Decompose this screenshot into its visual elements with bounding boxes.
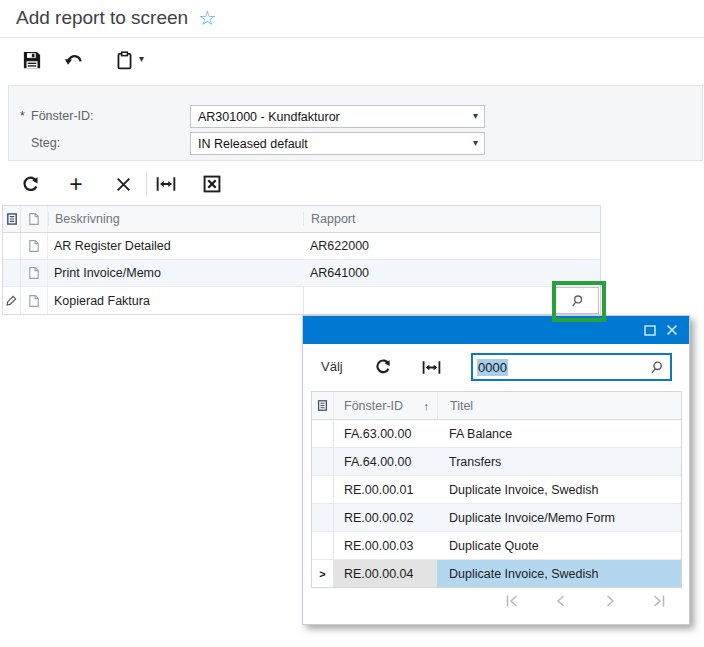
cell-fonster-id[interactable]: RE.00.00.01	[334, 476, 437, 503]
popup-titlebar[interactable]	[303, 316, 689, 344]
list-item[interactable]: FA.64.00.00 Transfers	[312, 448, 681, 476]
column-header-fonster-id[interactable]: Fönster-ID ↑	[334, 392, 437, 419]
list-item[interactable]: RE.00.00.01 Duplicate Invoice, Swedish	[312, 476, 681, 504]
toolbar-separator	[146, 172, 147, 196]
steg-dropdown[interactable]: IN Released default ▾	[190, 132, 485, 155]
chevron-down-icon: ▾	[473, 110, 478, 121]
notes-column-header[interactable]	[312, 392, 334, 419]
plus-icon: +	[69, 174, 82, 194]
cell-fonster-id[interactable]: FA.64.00.00	[334, 448, 437, 475]
cell-titel[interactable]: Duplicate Invoice/Memo Form	[437, 504, 681, 531]
notes-column-header[interactable]	[3, 206, 21, 232]
magnifier-icon	[570, 294, 584, 308]
cell-fonster-id[interactable]: RE.00.00.04	[334, 560, 437, 587]
fit-width-icon	[156, 175, 176, 193]
next-page-icon	[602, 593, 618, 609]
list-item-selected[interactable]: > RE.00.00.04 Duplicate Invoice, Swedish	[312, 560, 681, 587]
files-column-header[interactable]	[21, 206, 48, 232]
selected-row-pointer-icon: >	[319, 568, 325, 580]
cell-rapport[interactable]: AR641000	[303, 266, 600, 280]
search-input-value: 0000	[477, 359, 508, 376]
previous-page-button[interactable]	[553, 593, 569, 609]
notes-icon	[316, 399, 329, 412]
popup-toolbar: Välj 0000	[303, 344, 689, 391]
refresh-icon	[21, 175, 40, 194]
delete-x-icon	[115, 176, 132, 193]
popup-fit-width-button[interactable]	[420, 356, 442, 378]
steg-label: Steg:	[20, 136, 185, 150]
cell-beskrivning[interactable]: Print Invoice/Memo	[48, 266, 303, 280]
favorite-star-icon[interactable]: ☆	[198, 8, 216, 28]
popup-refresh-button[interactable]	[372, 356, 394, 378]
list-item[interactable]: RE.00.00.03 Duplicate Quote	[312, 532, 681, 560]
table-row-editing[interactable]: Kopierad Faktura	[3, 287, 600, 314]
previous-page-icon	[553, 593, 569, 609]
clipboard-menu-caret-icon[interactable]: ▾	[139, 53, 144, 64]
file-icon	[27, 266, 41, 280]
page-title: Add report to screen ☆	[16, 7, 216, 29]
search-icon[interactable]	[649, 360, 664, 375]
table-row[interactable]: Print Invoice/Memo AR641000	[3, 260, 600, 287]
add-row-button[interactable]: +	[64, 172, 88, 196]
search-input[interactable]: 0000	[471, 353, 672, 381]
title-divider	[0, 37, 704, 38]
table-row[interactable]: AR Register Detailed AR622000	[3, 233, 600, 260]
cell-titel[interactable]: Transfers	[437, 448, 681, 475]
steg-value: IN Released default	[198, 137, 464, 151]
close-icon	[666, 324, 678, 336]
select-button[interactable]: Välj	[321, 359, 343, 374]
refresh-icon	[374, 358, 392, 376]
cell-titel[interactable]: Duplicate Invoice, Swedish	[437, 560, 681, 587]
maximize-button[interactable]	[643, 323, 657, 337]
undo-button[interactable]	[62, 48, 86, 72]
save-button[interactable]	[20, 48, 44, 72]
maximize-icon	[644, 325, 656, 336]
lookup-popup: Välj 0000	[302, 315, 690, 625]
cell-rapport[interactable]: AR622000	[303, 239, 600, 253]
cell-titel[interactable]: Duplicate Quote	[437, 532, 681, 559]
add-report-to-screen-window: Add report to screen ☆ ▾ *Fönster-ID: AR…	[0, 0, 704, 647]
reports-grid-header: Beskrivning Rapport	[3, 206, 600, 233]
pagination	[311, 588, 681, 614]
cell-fonster-id[interactable]: RE.00.00.02	[334, 504, 437, 531]
cell-fonster-id[interactable]: RE.00.00.03	[334, 532, 437, 559]
column-header-titel[interactable]: Titel	[437, 392, 681, 419]
fit-width-icon	[422, 359, 441, 376]
rapport-editor-cell[interactable]	[303, 287, 600, 314]
list-item[interactable]: FA.63.00.00 FA Balance	[312, 420, 681, 448]
cell-beskrivning[interactable]: Kopierad Faktura	[48, 294, 303, 308]
clipboard-icon	[115, 51, 134, 70]
first-page-button[interactable]	[504, 593, 520, 609]
chevron-down-icon: ▾	[473, 137, 478, 148]
column-header-beskrivning[interactable]: Beskrivning	[48, 212, 303, 226]
sort-ascending-icon: ↑	[424, 400, 430, 412]
file-icon	[27, 239, 41, 253]
page-title-text: Add report to screen	[16, 7, 188, 29]
column-header-rapport[interactable]: Rapport	[303, 212, 600, 226]
lookup-grid-header: Fönster-ID ↑ Titel	[312, 392, 681, 420]
clipboard-button[interactable]	[112, 48, 136, 72]
cell-titel[interactable]: Duplicate Invoice, Swedish	[437, 476, 681, 503]
file-icon	[27, 294, 41, 308]
last-page-icon	[651, 593, 667, 609]
cell-fonster-id[interactable]: FA.63.00.00	[334, 420, 437, 447]
cell-titel[interactable]: FA Balance	[437, 420, 681, 447]
file-icon	[27, 212, 41, 226]
export-excel-button[interactable]	[200, 172, 224, 196]
edit-pencil-icon	[5, 294, 18, 307]
last-page-button[interactable]	[651, 593, 667, 609]
export-excel-icon	[203, 175, 221, 193]
fonster-id-value: AR301000 - Kundfakturor	[198, 110, 464, 124]
fonster-id-dropdown[interactable]: AR301000 - Kundfakturor ▾	[190, 105, 485, 128]
lookup-button[interactable]	[555, 287, 599, 314]
fonster-id-label: *Fönster-ID:	[20, 109, 185, 123]
notes-icon	[5, 212, 19, 226]
list-item[interactable]: RE.00.00.02 Duplicate Invoice/Memo Form	[312, 504, 681, 532]
fit-width-button[interactable]	[154, 172, 178, 196]
delete-row-button[interactable]	[111, 172, 135, 196]
next-page-button[interactable]	[602, 593, 618, 609]
close-button[interactable]	[665, 323, 679, 337]
refresh-button[interactable]	[18, 172, 42, 196]
cell-beskrivning[interactable]: AR Register Detailed	[48, 239, 303, 253]
reports-grid: Beskrivning Rapport AR Register Detailed…	[2, 205, 601, 315]
